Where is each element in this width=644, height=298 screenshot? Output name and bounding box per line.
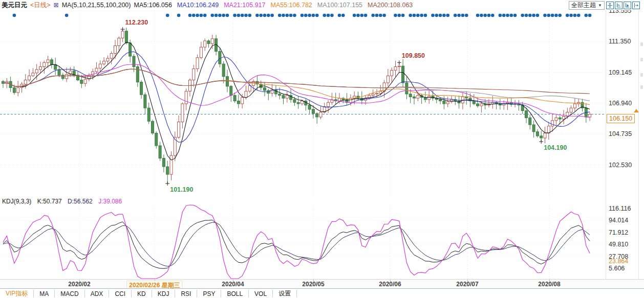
date-label: 2020/04 [222, 281, 244, 288]
symbol-title: 美元日元 [2, 1, 27, 10]
toolbar-item-boll[interactable]: BOLL [221, 290, 249, 297]
pan-right-icon[interactable] [632, 2, 640, 9]
price-tick-label: 106.940 [609, 100, 632, 107]
date-label: 2020/02 [68, 281, 90, 288]
date-label: 2020/08 [538, 281, 560, 288]
price-tick-label: 109.145 [609, 69, 632, 76]
date-label: 2020/07 [456, 281, 478, 288]
chevron-down-icon: ▼ [598, 3, 602, 8]
ma-params-label: MA(5,10,21,55,100,200) [62, 2, 131, 9]
toolbar-item-vip[interactable]: VIP指标 [0, 290, 34, 297]
chart-tool-icons [606, 2, 640, 9]
price-up-arrow-icon [634, 109, 639, 112]
kdj-tick-label: 49.810 [609, 241, 628, 248]
toolbar-item-kd[interactable]: KD [132, 290, 152, 297]
price-tick-label: 102.530 [609, 162, 632, 169]
kdj-current-value-label: 23.864 [609, 258, 628, 265]
kdj-header: KDJ(9,3,3) K:50.737 D:56.562 J:39.086 [2, 198, 126, 205]
ma-value-label: MA21:105.917 [224, 2, 265, 9]
toolbar-item-rsi[interactable]: RSI [175, 290, 197, 297]
svg-text:104.190: 104.190 [544, 144, 567, 151]
kdj-tick-label: 71.912 [609, 229, 628, 236]
toolbar-item-ma[interactable]: MA [34, 290, 55, 297]
crosshair-move-icon[interactable] [606, 2, 614, 9]
fit-horizontal-axis-icon[interactable] [624, 2, 631, 9]
theme-dropdown-label: 全部主题 [571, 1, 596, 10]
kdj-params-label: KDJ(9,3,3) [2, 198, 31, 205]
kdj-d-value: D:56.562 [68, 198, 93, 205]
ma-value-label: MA200:108.063 [368, 2, 413, 9]
toolbar-item-adx[interactable]: ADX [85, 290, 110, 297]
toolbar-item-kdj[interactable]: KDJ [152, 290, 176, 297]
kdj-j-value: J:39.086 [98, 198, 122, 205]
chart-app: 美元日元 <日线> ⊠ MA(5,10,21,55,100,200) MA5:1… [0, 0, 644, 298]
toolbar-item-[interactable]: 设置 [273, 290, 297, 297]
date-label: 2020/06 [379, 281, 401, 288]
kdj-k-value: K:50.737 [37, 198, 62, 205]
axis-separator [606, 10, 606, 279]
header-right: 全部主题 ▼ [569, 1, 644, 10]
top-header: 美元日元 <日线> ⊠ MA(5,10,21,55,100,200) MA5:1… [0, 0, 644, 10]
svg-text:101.190: 101.190 [170, 186, 193, 193]
right-edge-divider [638, 10, 639, 279]
toolbar-item-psy[interactable]: PSY [197, 290, 221, 297]
kdj-tick-label: 94.014 [609, 217, 628, 224]
kdj-tick-label: 116.116 [609, 205, 631, 212]
price-tick-label: 111.350 [609, 38, 631, 45]
last-price-box: 106.150 [607, 114, 635, 123]
toolbar-item-cci[interactable]: CCI [109, 290, 132, 297]
svg-text:109.850: 109.850 [402, 52, 425, 59]
toolbar-item-macd[interactable]: MACD [55, 290, 84, 297]
date-label: 2020/05 [302, 281, 324, 288]
header-left: 美元日元 <日线> ⊠ MA(5,10,21,55,100,200) MA5:1… [0, 1, 418, 10]
svg-text:112.230: 112.230 [125, 19, 148, 26]
price-tick-label: 104.735 [609, 130, 632, 137]
ma-values-group: MA5:106.056MA10:106.249MA21:105.917MA55:… [134, 2, 418, 9]
candlestick-chart[interactable]: 112.230101.190109.850104.190 [0, 10, 606, 198]
ma-value-label: MA5:106.056 [134, 2, 172, 9]
indicator-toolbar: VIP指标MAMACDADXCCIKDKDJRSIPSYBOLLVOL设置 [0, 288, 644, 298]
toolbar-item-vol[interactable]: VOL [249, 290, 273, 297]
ma-value-label: MA55:106.782 [270, 2, 312, 9]
fit-vertical-axis-icon[interactable] [615, 2, 622, 9]
date-axis: 2020/022020/02/26 星期三2020/042020/052020/… [0, 279, 644, 289]
theme-dropdown[interactable]: 全部主题 ▼ [569, 1, 605, 10]
ma-value-label: MA10:106.249 [177, 2, 219, 9]
period-label[interactable]: <日线> [30, 1, 51, 10]
kdj-tick-label: 5.606 [609, 265, 625, 272]
ma-value-label: MA100:107.155 [317, 2, 362, 9]
alert-flag-icon[interactable]: ⊠ [54, 2, 59, 9]
kdj-chart[interactable] [0, 204, 606, 279]
